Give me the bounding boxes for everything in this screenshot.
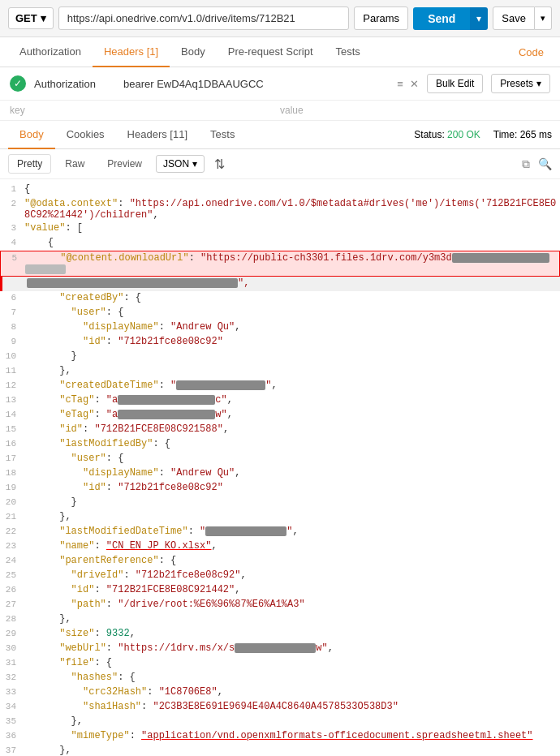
- format-select[interactable]: JSON ▾: [156, 155, 205, 173]
- tab-pre-request[interactable]: Pre-request Script: [217, 37, 325, 67]
- json-line: 28 },: [0, 612, 560, 627]
- json-line: 21 },: [0, 510, 560, 525]
- json-line: 20 }: [0, 496, 560, 510]
- json-line: 7 "user": {: [0, 306, 560, 320]
- auth-value: bearer EwD4Aq1DBAAUGCC: [123, 78, 389, 90]
- json-line: 19 "id": "712b21fce8e08c92": [0, 481, 560, 496]
- save-dropdown-button[interactable]: ▾: [535, 6, 552, 30]
- rtab-cookies[interactable]: Cookies: [55, 121, 116, 149]
- json-body: 1 { 2 "@odata.context": "https://api.one…: [0, 179, 560, 756]
- json-line: 36 "mimeType": "application/vnd.openxmlf…: [0, 729, 560, 744]
- json-line: 1 {: [0, 183, 560, 197]
- auth-icons: ≡ ✕: [397, 78, 419, 90]
- auth-row: ✓ Authorization bearer EwD4Aq1DBAAUGCC ≡…: [0, 67, 560, 101]
- presets-button[interactable]: Presets ▾: [491, 74, 550, 93]
- json-line: 32 "hashes": {: [0, 671, 560, 685]
- status-value: 200 OK: [447, 129, 480, 140]
- params-button[interactable]: Params: [354, 6, 408, 30]
- json-line: 27 "path": "/drive/root:%E6%96%87%E6%A1%…: [0, 598, 560, 612]
- json-line: 33 "crc32Hash": "1C8706E8",: [0, 685, 560, 700]
- save-button[interactable]: Save: [493, 6, 535, 30]
- tab-tests[interactable]: Tests: [325, 37, 372, 67]
- tab-headers[interactable]: Headers [1]: [93, 37, 170, 67]
- menu-icon[interactable]: ≡: [397, 78, 403, 90]
- code-link[interactable]: Code: [510, 38, 552, 67]
- status-label: Status: 200 OK: [414, 129, 480, 140]
- json-line: 13 "cTag": "ac",: [0, 393, 560, 408]
- toolbar: GET ▾ Params Send ▾ Save ▾: [0, 0, 560, 37]
- send-dropdown-button[interactable]: ▾: [470, 7, 488, 30]
- json-line: 35 },: [0, 715, 560, 729]
- kv-header: key value: [0, 101, 560, 121]
- json-line: 14 "eTag": "aw",: [0, 408, 560, 423]
- presets-label: Presets: [500, 78, 533, 89]
- json-line: 23 "name": "CN_EN_JP_KO.xlsx",: [0, 539, 560, 554]
- json-line: 34 "sha1Hash": "2C3B3E8E691E9694E40A4C86…: [0, 700, 560, 715]
- json-line: ",: [0, 277, 560, 291]
- json-line: 31 "file": {: [0, 656, 560, 671]
- json-line: 17 "user": {: [0, 452, 560, 466]
- time-value: 265 ms: [520, 129, 552, 140]
- chevron-down-icon: ▾: [41, 12, 46, 24]
- json-line: 30 "webUrl": "https://1drv.ms/x/sw",: [0, 642, 560, 656]
- json-line: 12 "createdDateTime": "",: [0, 379, 560, 393]
- method-label: GET: [15, 12, 37, 24]
- chevron-down-icon: ▾: [192, 158, 197, 170]
- nav-tab-bar: Authorization Headers [1] Body Pre-reque…: [0, 37, 560, 67]
- search-icon[interactable]: 🔍: [538, 157, 552, 171]
- json-line: 25 "driveId": "712b21fce8e08c92",: [0, 569, 560, 583]
- json-line: 11 },: [0, 364, 560, 379]
- status-info: Status: 200 OK Time: 265 ms: [414, 129, 552, 140]
- json-line: 9 "id": "712b21fce8e08c92": [0, 335, 560, 350]
- rtab-body[interactable]: Body: [8, 121, 55, 149]
- send-button-group: Send ▾: [413, 7, 488, 30]
- json-line: 22 "lastModifiedDateTime": "",: [0, 525, 560, 539]
- json-line: 29 "size": 9332,: [0, 627, 560, 642]
- json-line: 3 "value": [: [0, 221, 560, 236]
- raw-button[interactable]: Raw: [56, 154, 93, 174]
- bulk-edit-button[interactable]: Bulk Edit: [427, 74, 483, 93]
- chevron-down-icon: ▾: [536, 78, 541, 89]
- json-line: 6 "createdBy": {: [0, 291, 560, 306]
- save-button-group: Save ▾: [493, 6, 552, 30]
- pretty-button[interactable]: Pretty: [8, 154, 51, 174]
- auth-check-icon: ✓: [10, 75, 26, 92]
- time-label: Time: 265 ms: [493, 129, 552, 140]
- url-input[interactable]: [58, 6, 350, 30]
- json-line-highlight: 5 "@content.downloadUrl": "https://publi…: [0, 251, 560, 277]
- json-line: 37 },: [0, 744, 560, 756]
- key-placeholder: key: [10, 105, 280, 116]
- sub-icons: ⧉ 🔍: [522, 157, 552, 171]
- rtab-tests[interactable]: Tests: [199, 121, 246, 149]
- sub-toolbar: Pretty Raw Preview JSON ▾ ⇅ ⧉ 🔍: [0, 149, 560, 179]
- json-line: 2 "@odata.context": "https://api.onedriv…: [0, 197, 560, 221]
- format-label: JSON: [163, 158, 189, 170]
- json-line: 24 "parentReference": {: [0, 554, 560, 569]
- method-select[interactable]: GET ▾: [8, 7, 54, 29]
- tab-authorization[interactable]: Authorization: [8, 37, 93, 67]
- auth-label: Authorization: [34, 78, 115, 90]
- sort-icon[interactable]: ⇅: [214, 157, 225, 172]
- rtab-headers[interactable]: Headers [11]: [116, 121, 199, 149]
- preview-button[interactable]: Preview: [98, 154, 151, 174]
- json-line: 4 {: [0, 236, 560, 251]
- close-icon[interactable]: ✕: [410, 78, 419, 90]
- json-line: 16 "lastModifiedBy": {: [0, 437, 560, 452]
- tab-body[interactable]: Body: [170, 37, 217, 67]
- send-button[interactable]: Send: [413, 7, 470, 30]
- json-line: 18 "displayName": "Andrew Qu",: [0, 466, 560, 481]
- json-line: 8 "displayName": "Andrew Qu",: [0, 320, 560, 335]
- value-placeholder: value: [280, 105, 550, 116]
- json-line: 15 "id": "712B21FCE8E08C921588",: [0, 423, 560, 437]
- response-tab-bar: Body Cookies Headers [11] Tests Status: …: [0, 121, 560, 149]
- json-line: 26 "id": "712B21FCE8E08C921442",: [0, 583, 560, 598]
- copy-icon[interactable]: ⧉: [522, 157, 530, 171]
- json-line: 10 }: [0, 350, 560, 364]
